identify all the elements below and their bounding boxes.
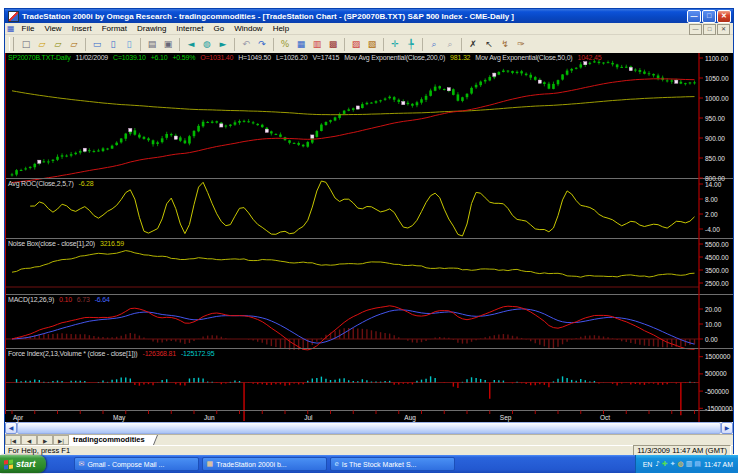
axis-label: 1500000	[705, 353, 731, 360]
network-icon[interactable]: ▥	[686, 460, 693, 468]
menu-drawing[interactable]: Drawing	[132, 24, 171, 33]
format-symbol-icon[interactable]: %	[277, 37, 293, 52]
close-button[interactable]: ✕	[717, 10, 731, 23]
save-desktop-icon[interactable]: ▭	[89, 37, 105, 52]
child-restore-button[interactable]: □	[703, 24, 716, 35]
print-icon[interactable]: ▤	[144, 37, 160, 52]
quote-window-icon[interactable]: ▥	[309, 37, 325, 52]
eraser-icon[interactable]: ↯	[497, 37, 513, 52]
status-help-text: For Help, press F1	[5, 446, 633, 455]
axis-label: 14.00	[705, 181, 722, 188]
toolbar-separator	[383, 38, 384, 51]
symbol-line-segment: SP20070B.TXT-Daily	[8, 54, 71, 61]
menu-insert[interactable]: Insert	[67, 24, 97, 33]
child-window-icon: ▦	[7, 24, 15, 33]
taskbar: start ✉Gmail - Compose Mail ...▦TradeSta…	[0, 455, 738, 473]
window-title: TradeStation 2000i by Omega Research - t…	[22, 12, 514, 21]
back-icon[interactable]: ◄	[183, 37, 199, 52]
open-workspace-icon[interactable]: ▱	[50, 37, 66, 52]
menu-go[interactable]: Go	[209, 24, 230, 33]
page-setup-icon[interactable]: ▯	[105, 37, 121, 52]
axis-label: 8.00	[705, 196, 718, 203]
tab-nav-button-3[interactable]: ▶|	[53, 435, 69, 445]
internet-icon[interactable]: ◍	[199, 37, 215, 52]
tab-nav-button-0[interactable]: |◀	[5, 435, 21, 445]
menu-file[interactable]: File	[17, 24, 40, 33]
menu-help[interactable]: Help	[268, 24, 294, 33]
close-workspace-icon[interactable]: ▱	[66, 37, 82, 52]
menu-view[interactable]: View	[39, 24, 66, 33]
tab-nav-button-1[interactable]: ◀	[21, 435, 37, 445]
undo-icon[interactable]: ↶	[238, 37, 254, 52]
properties-icon[interactable]: ▣	[160, 37, 176, 52]
new-chart-icon[interactable]: □	[18, 37, 34, 52]
macd-label-segment: 0.10	[59, 296, 72, 303]
monitor-icon[interactable]: ▤	[694, 460, 701, 468]
child-minimize-button[interactable]: —	[689, 24, 702, 35]
hand-tool-icon[interactable]: ✑	[513, 37, 529, 52]
macd-indicator-label: MACD(12,26,9)0.106.73-6.64	[8, 296, 115, 303]
month-label: Aug	[404, 414, 416, 422]
title-bar[interactable]: TradeStation 2000i by Omega Research - t…	[5, 9, 733, 23]
workspace-tabs-row: |◀◀▶▶| tradingcommodities	[5, 434, 733, 445]
data-window-icon[interactable]: ╄	[403, 37, 419, 52]
scroll-left-button[interactable]: ◀	[5, 422, 17, 434]
workspace-folder-icon[interactable]: ▧	[364, 37, 380, 52]
axis-label: 900.00	[705, 135, 725, 142]
chart-analysis-icon[interactable]: ▨	[348, 37, 364, 52]
menu-format[interactable]: Format	[97, 24, 132, 33]
tab-nav-button-2[interactable]: ▶	[37, 435, 53, 445]
roc-label-segment: Avg ROC(Close,2,5,7)	[8, 180, 74, 187]
task-label: Is The Stock Market S...	[342, 461, 417, 468]
zoom-out-icon[interactable]: ⌕	[442, 37, 458, 52]
force-index-indicator-label: Force Index(2,13,Volume * (close - close…	[8, 350, 219, 357]
axis-label: 4500.00	[705, 254, 729, 261]
task-label: TradeStation 2000i b...	[216, 461, 287, 468]
messenger-icon[interactable]: ✦	[670, 460, 676, 468]
task-tradestation[interactable]: ▦TradeStation 2000i b...	[202, 457, 327, 471]
crosshair-icon[interactable]: ✛	[387, 37, 403, 52]
pointer-icon[interactable]: ↖	[481, 37, 497, 52]
print-preview-icon[interactable]: ▯	[121, 37, 137, 52]
chart-canvas[interactable]: 1100.001050.001000.00950.00900.00850.008…	[5, 53, 733, 422]
start-button[interactable]: start	[0, 455, 46, 473]
symbol-line-segment: H=1049.50	[238, 54, 271, 61]
axis-label: 1100.00	[705, 55, 728, 62]
gmail-icon: ✉	[79, 460, 85, 468]
workspace-tab[interactable]: tradingcommodities	[69, 435, 151, 445]
status-bar: For Help, press F1 11/3/2009 11:47 AM (G…	[5, 445, 733, 455]
symbol-line-segment: Mov Avg Exponential(Close,50,0)	[475, 54, 572, 61]
task-gmail[interactable]: ✉Gmail - Compose Mail ...	[74, 457, 199, 471]
toolbar-separator	[461, 38, 462, 51]
menu-internet[interactable]: Internet	[171, 24, 208, 33]
toolbar-grip[interactable]	[9, 37, 14, 51]
restore-button[interactable]: □	[702, 10, 716, 23]
symbol-line-segment: 1042.45	[577, 54, 601, 61]
symbol-line-segment: +0.59%	[172, 54, 195, 61]
axis-label: 1000.00	[705, 95, 729, 102]
task-ie-stock-market[interactable]: eIs The Stock Market S...	[330, 457, 455, 471]
open-icon[interactable]: ▱	[34, 37, 50, 52]
zoom-in-icon[interactable]: ⌕	[426, 37, 442, 52]
taskbar-clock[interactable]: 11:47 AM	[704, 461, 733, 468]
menu-window[interactable]: Window	[229, 24, 267, 33]
scrollbar-thumb[interactable]	[17, 422, 721, 434]
update-icon[interactable]: ◍	[678, 460, 684, 468]
drawing-tool-icon[interactable]: ✗	[465, 37, 481, 52]
antivirus-icon[interactable]: ✚	[662, 460, 668, 468]
symbol-line-segment: L=1026.20	[276, 54, 307, 61]
forward-icon[interactable]: ►	[215, 37, 231, 52]
redo-icon[interactable]: ↷	[254, 37, 270, 52]
tile-windows-icon[interactable]: ▦	[293, 37, 309, 52]
chart-area: 1100.001050.001000.00950.00900.00850.008…	[5, 53, 733, 422]
volume-icon[interactable]: ♪	[655, 460, 659, 468]
scroll-right-button[interactable]: ▶	[721, 422, 733, 434]
axis-label: 3500.00	[705, 267, 729, 274]
language-indicator[interactable]: EN	[643, 461, 653, 468]
child-close-button[interactable]: ✕	[717, 24, 730, 35]
minimize-button[interactable]: —	[687, 10, 701, 23]
symbol-line-segment: V=17415	[312, 54, 339, 61]
toolbar-separator	[179, 38, 180, 51]
horizontal-scrollbar[interactable]: ◀ ▶	[5, 422, 733, 434]
radar-screen-icon[interactable]: ▩	[325, 37, 341, 52]
